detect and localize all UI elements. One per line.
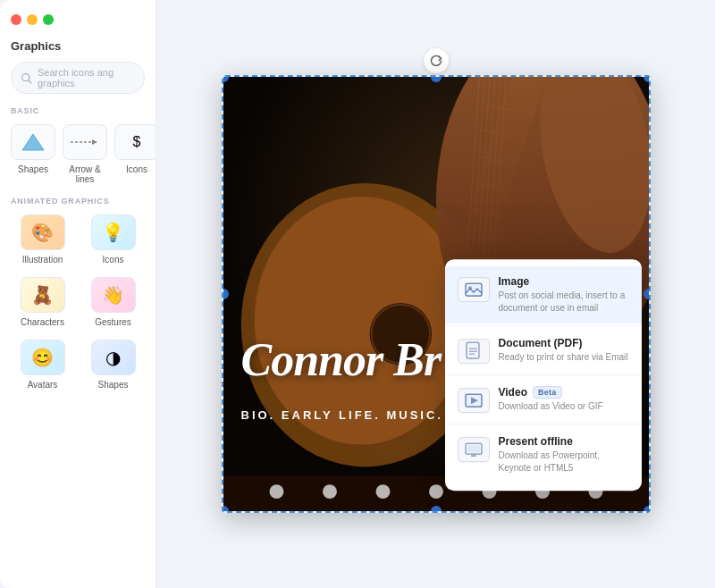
sidebar-item-avatars[interactable]: 😊 Avatars	[11, 340, 74, 390]
illustration-label: Illustration	[22, 255, 63, 265]
close-button[interactable]	[11, 14, 21, 25]
animated-row-3: 😊 Avatars ◑ Shapes	[11, 340, 145, 390]
sidebar-item-shapes[interactable]: Shapes	[11, 124, 55, 184]
section-label-basic: BASIC	[11, 106, 145, 115]
icons-anim-label: Icons	[103, 255, 124, 265]
icons-basic-icon: $	[114, 124, 156, 160]
shapes-icon	[11, 124, 55, 160]
sidebar-item-gestures[interactable]: 👋 Gestures	[81, 277, 145, 327]
svg-point-29	[323, 484, 337, 499]
window-controls	[11, 14, 145, 25]
section-label-animated: ANIMATED GRAPHICS	[11, 197, 145, 206]
sidebar-item-illustration[interactable]: 🎨 Illustration	[11, 214, 74, 265]
avatars-icon: 😊	[21, 340, 65, 375]
beta-badge: Beta	[533, 386, 562, 399]
image-option-title: Image	[499, 275, 629, 288]
video-option-icon	[458, 388, 490, 413]
gestures-label: Gestures	[95, 317, 131, 327]
divider-1	[445, 325, 642, 326]
characters-label: Characters	[21, 317, 64, 327]
handle-mid-right[interactable]	[644, 289, 651, 299]
image-option-icon	[458, 277, 490, 302]
present-option-icon	[458, 437, 490, 462]
svg-point-28	[269, 484, 283, 499]
animated-row-2: 🧸 Characters 👋 Gestures	[11, 277, 145, 327]
characters-icon: 🧸	[21, 277, 65, 313]
document-option-title: Document (PDF)	[499, 337, 629, 349]
shapes-label: Shapes	[18, 164, 48, 174]
dropdown-item-document[interactable]: Document (PDF) Ready to print or share v…	[445, 328, 642, 373]
shapes2-icon: ◑	[91, 340, 136, 375]
animated-row-1: 🎨 Illustration 💡 Icons	[11, 214, 145, 265]
icons-label: Icons	[126, 164, 147, 174]
svg-line-1	[29, 80, 31, 82]
basic-graphics-row: Shapes Arrow & lines $ Icons	[11, 124, 145, 184]
svg-rect-35	[466, 283, 482, 296]
illustration-icon: 🎨	[21, 214, 65, 250]
image-option-content: Image Post on social media, insert to a …	[499, 275, 629, 315]
app-container: Graphics Search icons ang graphics BASIC…	[0, 0, 715, 588]
handle-bottom-left[interactable]	[222, 506, 229, 513]
image-option-desc: Post on social media, insert to a docume…	[499, 290, 629, 315]
svg-rect-37	[467, 342, 479, 358]
arrows-label: Arrow & lines	[63, 164, 107, 184]
present-option-title: Present offline	[499, 435, 629, 448]
svg-marker-4	[92, 139, 97, 145]
sidebar-item-icons[interactable]: $ Icons	[114, 124, 156, 184]
sidebar: Graphics Search icons ang graphics BASIC…	[0, 0, 156, 588]
search-placeholder: Search icons ang graphics	[38, 67, 135, 88]
video-option-content: Video Beta Download as Video or GIF	[499, 386, 629, 413]
document-option-content: Document (PDF) Ready to print or share v…	[499, 337, 629, 364]
svg-point-31	[429, 484, 443, 499]
avatars-label: Avatars	[28, 380, 58, 390]
document-option-icon	[458, 339, 490, 364]
svg-marker-2	[22, 134, 44, 150]
dropdown-item-image[interactable]: Image Post on social media, insert to a …	[445, 266, 642, 323]
svg-point-22	[254, 197, 467, 445]
arrows-icon	[63, 124, 107, 160]
dropdown-item-present[interactable]: Present offline Download as Powerpoint, …	[445, 426, 642, 483]
present-option-content: Present offline Download as Powerpoint, …	[499, 435, 629, 475]
present-option-desc: Download as Powerpoint, Keynote or HTML5	[499, 449, 629, 475]
main-area: Connor Br BIO. EARLY LIFE. MUSIC. CAREER	[156, 0, 715, 588]
maximize-button[interactable]	[43, 14, 54, 25]
sidebar-item-icons-anim[interactable]: 💡 Icons	[81, 214, 145, 265]
video-option-desc: Download as Video or GIF	[499, 400, 629, 413]
dropdown-item-video[interactable]: Video Beta Download as Video or GIF	[445, 377, 642, 422]
minimize-button[interactable]	[27, 14, 38, 25]
search-bar[interactable]: Search icons ang graphics	[11, 62, 145, 94]
sidebar-item-shapes2[interactable]: ◑ Shapes	[81, 340, 145, 390]
handle-bottom-right[interactable]	[644, 506, 651, 513]
canvas-wrapper: Connor Br BIO. EARLY LIFE. MUSIC. CAREER	[222, 75, 651, 513]
divider-3	[445, 424, 642, 424]
sidebar-item-characters[interactable]: 🧸 Characters	[11, 277, 74, 327]
sidebar-item-arrows[interactable]: Arrow & lines	[63, 124, 107, 184]
svg-rect-46	[467, 445, 480, 452]
icons-anim-icon: 💡	[91, 214, 136, 250]
search-icon	[21, 72, 32, 84]
svg-point-30	[375, 484, 390, 499]
divider-2	[445, 374, 642, 375]
sidebar-title: Graphics	[11, 39, 145, 53]
document-option-desc: Ready to print or share via Email	[499, 351, 629, 364]
dropdown-menu: Image Post on social media, insert to a …	[445, 259, 642, 491]
gestures-icon: 👋	[91, 277, 136, 313]
shapes2-label: Shapes	[98, 380, 129, 390]
handle-bottom-mid[interactable]	[431, 506, 442, 513]
video-option-title: Video Beta	[499, 386, 629, 399]
refresh-button[interactable]	[424, 48, 449, 73]
